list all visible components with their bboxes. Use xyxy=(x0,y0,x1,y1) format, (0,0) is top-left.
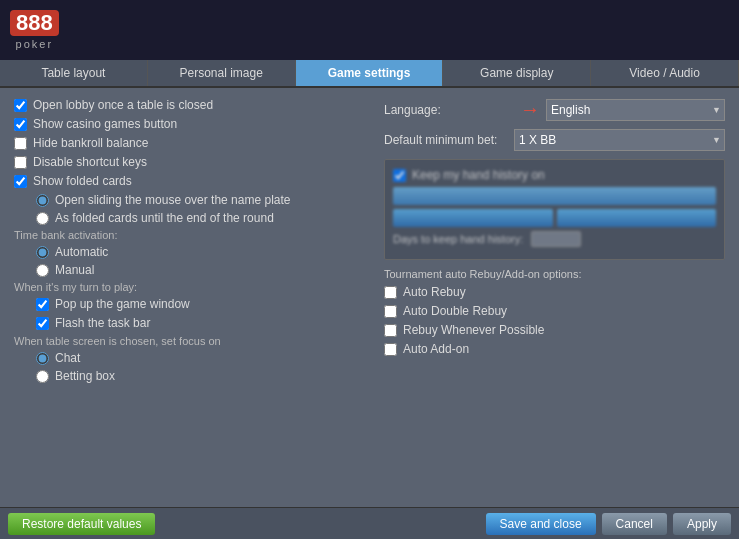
flash-taskbar-label: Flash the task bar xyxy=(55,316,150,330)
logo: 888 poker xyxy=(10,10,59,50)
tab-table-layout[interactable]: Table layout xyxy=(0,60,148,86)
manual-radio[interactable] xyxy=(36,264,49,277)
time-bank-label: Time bank activation: xyxy=(14,229,356,241)
blurred-content: Keep my hand history on Days to keep han… xyxy=(393,168,716,247)
hide-bankroll-checkbox[interactable] xyxy=(14,137,27,150)
logo-888: 888 xyxy=(10,10,59,36)
automatic-row: Automatic xyxy=(36,245,356,259)
auto-addon-label: Auto Add-on xyxy=(403,342,469,356)
open-sliding-radio[interactable] xyxy=(36,194,49,207)
auto-addon-checkbox[interactable] xyxy=(384,343,397,356)
show-casino-checkbox[interactable] xyxy=(14,118,27,131)
popup-game-label: Pop up the game window xyxy=(55,297,190,311)
my-turn-group: Pop up the game window Flash the task ba… xyxy=(36,297,356,330)
focus-group: Chat Betting box xyxy=(36,351,356,383)
tab-personal-image[interactable]: Personal image xyxy=(148,60,296,86)
manual-label: Manual xyxy=(55,263,94,277)
days-row: Days to keep hand history: xyxy=(393,231,716,247)
default-min-bet-label: Default minimum bet: xyxy=(384,133,514,147)
language-row: Language: → English French German Spanis… xyxy=(384,98,725,121)
chat-label: Chat xyxy=(55,351,80,365)
focus-label: When table screen is chosen, set focus o… xyxy=(14,335,356,347)
cancel-button[interactable]: Cancel xyxy=(602,513,667,535)
min-bet-select[interactable]: 1 X BB 2 X BB 3 X BB xyxy=(514,129,725,151)
min-bet-select-wrapper: 1 X BB 2 X BB 3 X BB xyxy=(514,129,725,151)
automatic-label: Automatic xyxy=(55,245,108,259)
arrow-icon: → xyxy=(520,98,540,121)
popup-game-checkbox[interactable] xyxy=(36,298,49,311)
show-folded-subgroup: Open sliding the mouse over the name pla… xyxy=(36,193,356,225)
tabs-bar: Table layout Personal image Game setting… xyxy=(0,60,739,88)
rebuy-whenever-row: Rebuy Whenever Possible xyxy=(384,323,725,337)
auto-rebuy-label: Auto Rebuy xyxy=(403,285,466,299)
rebuy-whenever-label: Rebuy Whenever Possible xyxy=(403,323,544,337)
language-label: Language: xyxy=(384,103,514,117)
tournament-title: Tournament auto Rebuy/Add-on options: xyxy=(384,268,725,280)
open-lobby-checkbox[interactable] xyxy=(14,99,27,112)
days-input xyxy=(531,231,581,247)
manual-row: Manual xyxy=(36,263,356,277)
as-folded-label: As folded cards until the end of the rou… xyxy=(55,211,274,225)
logo-poker: poker xyxy=(16,38,54,50)
my-turn-label: When it's my turn to play: xyxy=(14,281,356,293)
main-content: Open lobby once a table is closed Show c… xyxy=(0,88,739,507)
hand-history-checkbox[interactable] xyxy=(393,169,406,182)
auto-double-rebuy-row: Auto Double Rebuy xyxy=(384,304,725,318)
tournament-section: Tournament auto Rebuy/Add-on options: Au… xyxy=(384,268,725,356)
open-sliding-label: Open sliding the mouse over the name pla… xyxy=(55,193,290,207)
show-folded-row: Show folded cards xyxy=(14,174,356,188)
hand-history-label: Keep my hand history on xyxy=(412,168,545,182)
flash-taskbar-row: Flash the task bar xyxy=(36,316,356,330)
days-label: Days to keep hand history: xyxy=(393,233,523,245)
restore-defaults-button[interactable]: Restore default values xyxy=(8,513,155,535)
popup-game-row: Pop up the game window xyxy=(36,297,356,311)
tab-game-settings[interactable]: Game settings xyxy=(296,60,444,86)
tab-video-audio[interactable]: Video / Audio xyxy=(591,60,739,86)
chat-radio[interactable] xyxy=(36,352,49,365)
betting-box-label: Betting box xyxy=(55,369,115,383)
change-tables-button[interactable] xyxy=(393,209,553,227)
show-casino-label: Show casino games button xyxy=(33,117,177,131)
as-folded-radio[interactable] xyxy=(36,212,49,225)
header: 888 poker xyxy=(0,0,739,60)
hand-history-row: Keep my hand history on xyxy=(393,168,716,182)
auto-double-rebuy-label: Auto Double Rebuy xyxy=(403,304,507,318)
disable-shortcut-checkbox[interactable] xyxy=(14,156,27,169)
blue-buttons xyxy=(393,209,716,227)
language-select-wrapper: English French German Spanish Italian xyxy=(546,99,725,121)
time-bank-group: Automatic Manual xyxy=(36,245,356,277)
save-and-close-button[interactable]: Save and close xyxy=(486,513,596,535)
as-folded-row: As folded cards until the end of the rou… xyxy=(36,211,356,225)
open-lobby-row: Open lobby once a table is closed xyxy=(14,98,356,112)
tab-game-display[interactable]: Game display xyxy=(443,60,591,86)
blue-bar xyxy=(393,187,716,205)
betting-box-radio[interactable] xyxy=(36,370,49,383)
left-panel: Open lobby once a table is closed Show c… xyxy=(0,88,370,507)
right-panel: Language: → English French German Spanis… xyxy=(370,88,739,507)
default-min-bet-row: Default minimum bet: 1 X BB 2 X BB 3 X B… xyxy=(384,129,725,151)
auto-double-rebuy-checkbox[interactable] xyxy=(384,305,397,318)
betting-box-row: Betting box xyxy=(36,369,356,383)
open-sliding-row: Open sliding the mouse over the name pla… xyxy=(36,193,356,207)
chat-row: Chat xyxy=(36,351,356,365)
auto-rebuy-row: Auto Rebuy xyxy=(384,285,725,299)
apply-button[interactable]: Apply xyxy=(673,513,731,535)
disable-shortcut-label: Disable shortcut keys xyxy=(33,155,147,169)
show-casino-row: Show casino games button xyxy=(14,117,356,131)
open-tables-button[interactable] xyxy=(557,209,717,227)
blurred-section: Keep my hand history on Days to keep han… xyxy=(384,159,725,260)
show-folded-label: Show folded cards xyxy=(33,174,132,188)
automatic-radio[interactable] xyxy=(36,246,49,259)
language-select[interactable]: English French German Spanish Italian xyxy=(546,99,725,121)
show-folded-checkbox[interactable] xyxy=(14,175,27,188)
footer: Restore default values Save and close Ca… xyxy=(0,507,739,539)
auto-addon-row: Auto Add-on xyxy=(384,342,725,356)
open-lobby-label: Open lobby once a table is closed xyxy=(33,98,213,112)
auto-rebuy-checkbox[interactable] xyxy=(384,286,397,299)
hide-bankroll-label: Hide bankroll balance xyxy=(33,136,148,150)
rebuy-whenever-checkbox[interactable] xyxy=(384,324,397,337)
disable-shortcut-row: Disable shortcut keys xyxy=(14,155,356,169)
flash-taskbar-checkbox[interactable] xyxy=(36,317,49,330)
hide-bankroll-row: Hide bankroll balance xyxy=(14,136,356,150)
